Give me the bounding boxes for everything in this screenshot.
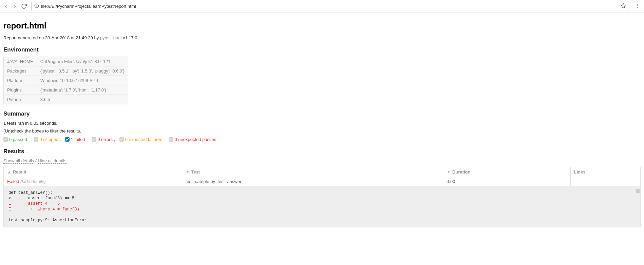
filter-errors-label: 0 errors (97, 137, 113, 142)
env-value: {'metadata': '1.7.0', 'html': '1.17.0'} (37, 85, 128, 95)
filter-failed-label: 1 failed (71, 137, 85, 142)
environment-table: JAVA_HOMEC:\Program Files\Java\jdk1.8.0_… (3, 57, 128, 104)
generated-info: Report generated on 30-Apr-2018 at 21:49… (3, 35, 641, 40)
table-row: JAVA_HOMEC:\Program Files\Java\jdk1.8.0_… (4, 57, 128, 66)
sort-desc-icon: ▼ (186, 169, 190, 175)
page-title: report.html (3, 21, 641, 30)
filter-xpassed-checkbox[interactable] (169, 137, 173, 142)
filter-hint-text: (Un)check the boxes to filter the result… (3, 128, 641, 134)
report-body: report.html Report generated on 30-Apr-2… (0, 13, 644, 234)
env-value: 3.6.5 (37, 95, 128, 104)
log-row: def test_answer(): > assert func(3) == 5… (4, 186, 641, 227)
svg-marker-3 (621, 3, 625, 8)
env-value: Windows-10-10.0.16299-SP0 (37, 76, 128, 85)
column-header-result[interactable]: ▲Result (4, 167, 182, 177)
summary-heading: Summary (3, 110, 641, 117)
svg-point-6 (637, 7, 638, 8)
sort-asc-icon: ▲ (7, 169, 12, 175)
table-row: Python3.6.5 (4, 95, 128, 104)
url-input[interactable] (41, 4, 619, 9)
browser-toolbar (0, 0, 644, 13)
filter-xfailed-label: 0 expected failures (125, 137, 162, 142)
filter-failed-checkbox[interactable] (65, 137, 70, 142)
svg-point-5 (637, 5, 638, 6)
hide-all-details-link[interactable]: Hide all details (38, 158, 67, 164)
traceback-content: def test_answer(): > assert func(3) == 5… (8, 190, 636, 223)
show-all-details-link[interactable]: Show all details (3, 158, 34, 164)
results-table: ▲Result ▼Test ▼Duration Links Failed (hi… (3, 167, 641, 227)
browser-menu-button[interactable] (633, 2, 641, 11)
table-row: Plugins{'metadata': '1.7.0', 'html': '1.… (4, 85, 128, 95)
forward-button[interactable] (12, 3, 18, 10)
environment-heading: Environment (3, 46, 641, 53)
table-row: Packages{'pytest': '3.5.1', 'py': '1.5.3… (4, 66, 128, 76)
reload-button[interactable] (20, 3, 27, 10)
column-header-duration[interactable]: ▼Duration (443, 167, 570, 177)
env-key: Platform (4, 76, 37, 85)
hide-details-link[interactable]: (hide details) (20, 179, 45, 184)
log-cell: def test_answer(): > assert func(3) == 5… (4, 186, 641, 227)
env-value: C:\Program Files\Java\jdk1.8.0_121 (37, 57, 128, 66)
back-button[interactable] (3, 3, 10, 10)
results-heading: Results (3, 148, 641, 155)
pytest-html-link[interactable]: pytest-html (100, 35, 122, 40)
duration-cell: 0.00 (443, 177, 570, 186)
filter-checkboxes: 0 passed, 0 skipped, 1 failed, 0 errors,… (3, 137, 641, 142)
sort-desc-icon: ▼ (447, 169, 451, 175)
svg-point-4 (637, 4, 638, 5)
info-icon[interactable] (34, 3, 39, 9)
filter-errors-checkbox[interactable] (92, 137, 96, 142)
table-row: Failed (hide details) test_sample.py::te… (4, 177, 641, 186)
filter-xpassed-label: 0 unexpected passes (174, 137, 216, 142)
env-key: Plugins (4, 85, 37, 95)
column-header-test[interactable]: ▼Test (182, 167, 443, 177)
address-bar[interactable] (31, 2, 629, 11)
filter-passed-checkbox[interactable] (3, 137, 8, 142)
env-key: JAVA_HOME (4, 57, 37, 66)
env-value: {'pytest': '3.5.1', 'py': '1.5.3', 'plug… (37, 66, 128, 76)
tests-ran-text: 1 tests ran in 0.03 seconds. (3, 121, 641, 126)
env-key: Python (4, 95, 37, 104)
bookmark-icon[interactable] (621, 3, 626, 9)
result-cell[interactable]: Failed (hide details) (4, 177, 182, 186)
filter-passed-label: 0 passed (9, 137, 27, 142)
filter-skipped-checkbox[interactable] (34, 137, 38, 142)
filter-xfailed-checkbox[interactable] (119, 137, 124, 142)
test-cell: test_sample.py::test_answer (182, 177, 443, 186)
links-cell (570, 177, 641, 186)
env-key: Packages (4, 66, 37, 76)
scrollbar-icon[interactable] (636, 189, 640, 193)
filter-skipped-label: 0 skipped (39, 137, 58, 142)
table-row: PlatformWindows-10-10.0.16299-SP0 (4, 76, 128, 85)
column-header-links[interactable]: Links (570, 167, 641, 177)
details-links: Show all details / Hide all details (3, 158, 641, 163)
